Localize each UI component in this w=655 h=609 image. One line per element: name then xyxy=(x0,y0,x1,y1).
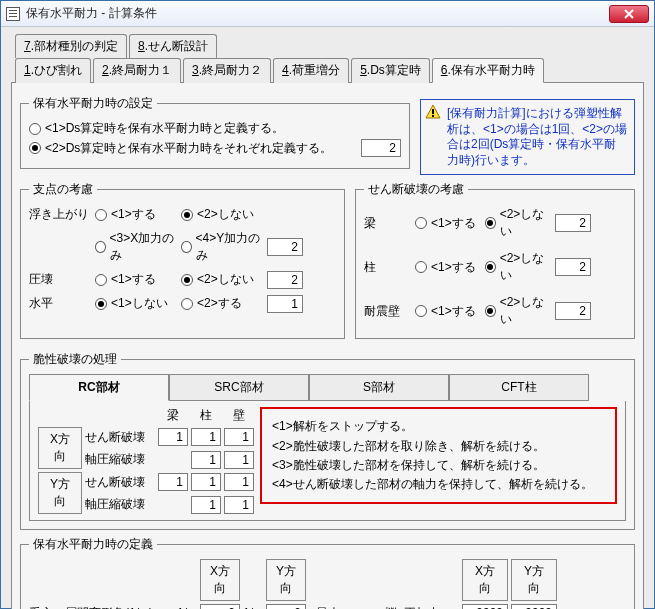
fulcrum-2-opt1[interactable] xyxy=(181,298,193,310)
defr-col-y[interactable]: Y方向 xyxy=(511,559,557,601)
tab-8[interactable]: 8.せん断設計 xyxy=(129,34,217,58)
shear-2-val[interactable]: 2 xyxy=(555,302,591,320)
tab-3[interactable]: 3.終局耐力２ xyxy=(183,58,271,83)
group-setting: 保有水平耐力時の設定 <1>Ds算定時を保有水平耐力時と定義する。 <2>Ds算… xyxy=(20,95,410,169)
def-col-y[interactable]: Y方向 xyxy=(266,559,306,601)
fulcrum-0-opt2[interactable] xyxy=(95,241,106,253)
defr-0-y[interactable]: 9999 xyxy=(511,604,557,609)
legend-setting: 保有水平耐力時の設定 xyxy=(29,95,157,112)
fulcrum-1-opt0[interactable] xyxy=(95,274,107,286)
shear-0-opt0[interactable] xyxy=(415,217,427,229)
inner-tab-rc[interactable]: RC部材 xyxy=(29,374,169,401)
shear-2-opt1[interactable] xyxy=(485,305,496,317)
legend-definition: 保有水平耐力時の定義 xyxy=(29,536,157,553)
defr-0-x[interactable]: 9999 xyxy=(462,604,508,609)
dialog-window: 保有水平耐力 - 計算条件 7.部材種別の判定 8.せん断設計 1.ひび割れ 2… xyxy=(0,0,655,609)
setting-opt1[interactable]: <1>Ds算定時を保有水平耐力時と定義する。 xyxy=(29,120,401,137)
tab-6[interactable]: 6.保有水平耐力時 xyxy=(432,58,544,83)
warning-icon xyxy=(425,104,441,120)
tabs-row-main: 1.ひび割れ 2.終局耐力１ 3.終局耐力２ 4.荷重増分 5.Ds算定時 6.… xyxy=(15,57,644,82)
window-title: 保有水平耐力 - 計算条件 xyxy=(26,5,609,22)
def-0-y[interactable]: 0 xyxy=(266,604,306,609)
fulcrum-label-2: 水平 xyxy=(29,295,89,312)
bx-1-2[interactable]: 1 xyxy=(224,451,254,469)
fulcrum-0-opt1[interactable] xyxy=(181,209,193,221)
legend-fulcrum: 支点の考慮 xyxy=(29,181,97,198)
by-0-1[interactable]: 1 xyxy=(191,473,221,491)
shear-1-opt1[interactable] xyxy=(485,261,496,273)
bx-0-0[interactable]: 1 xyxy=(158,428,188,446)
tab-2[interactable]: 2.終局耐力１ xyxy=(93,58,181,83)
group-brittle: 脆性破壊の処理 RC部材 SRC部材 S部材 CFT柱 梁 柱 壁 X方向 xyxy=(20,351,635,530)
bx-1-1[interactable]: 1 xyxy=(191,451,221,469)
tab-7[interactable]: 7.部材種別の判定 xyxy=(15,34,127,58)
fulcrum-2-val[interactable]: 1 xyxy=(267,295,303,313)
inner-panel: 梁 柱 壁 X方向 せん断破壊 1 1 1 軸圧縮破壊 1 1 xyxy=(29,401,626,521)
fulcrum-label-0: 浮き上がり xyxy=(29,206,89,223)
brittle-left: 梁 柱 壁 X方向 せん断破壊 1 1 1 軸圧縮破壊 1 1 xyxy=(38,407,254,514)
radio-setting-2[interactable] xyxy=(29,142,41,154)
bx-0-2[interactable]: 1 xyxy=(224,428,254,446)
inner-tabs: RC部材 SRC部材 S部材 CFT柱 xyxy=(29,374,626,401)
tab-5[interactable]: 5.Ds算定時 xyxy=(351,58,430,83)
inner-tab-s[interactable]: S部材 xyxy=(309,374,449,401)
bx-0-1[interactable]: 1 xyxy=(191,428,221,446)
fulcrum-0-val[interactable]: 2 xyxy=(267,238,303,256)
legend-shear: せん断破壊の考慮 xyxy=(364,181,468,198)
fulcrum-1-val[interactable]: 2 xyxy=(267,271,303,289)
notice-box: [保有耐力計算]における弾塑性解析は、<1>の場合は1回、<2>の場合は2回(D… xyxy=(420,99,635,175)
tab-1[interactable]: 1.ひび割れ xyxy=(15,58,91,83)
definition-left: X方向 Y方向 重心の層間変形角(1/m) 1/ 0 1/ 0 最大の層間変形角… xyxy=(29,559,306,609)
shear-1-opt0[interactable] xyxy=(415,261,427,273)
fulcrum-1-opt1[interactable] xyxy=(181,274,193,286)
legend-brittle: 脆性破壊の処理 xyxy=(29,351,121,368)
titlebar: 保有水平耐力 - 計算条件 xyxy=(1,1,654,27)
by-0-2[interactable]: 1 xyxy=(224,473,254,491)
svg-rect-0 xyxy=(432,109,434,114)
setting-value[interactable]: 2 xyxy=(361,139,401,157)
close-button[interactable] xyxy=(609,5,649,23)
tab-4[interactable]: 4.荷重増分 xyxy=(273,58,349,83)
by-0-0[interactable]: 1 xyxy=(158,473,188,491)
fulcrum-0-opt0[interactable] xyxy=(95,209,107,221)
brittle-description: <1>解析をストップする。 <2>脆性破壊した部材を取り除き、解析を続ける。 <… xyxy=(260,407,617,504)
radio-setting-1[interactable] xyxy=(29,123,41,135)
by-1-1[interactable]: 1 xyxy=(191,496,221,514)
fulcrum-label-1: 圧壊 xyxy=(29,271,89,288)
by-1-2[interactable]: 1 xyxy=(224,496,254,514)
group-shear: せん断破壊の考慮 梁 <1>する <2>しない 2 柱 <1>する <2>しない… xyxy=(355,181,635,339)
fulcrum-2-opt0[interactable] xyxy=(95,298,107,310)
fulcrum-0-opt3[interactable] xyxy=(181,241,192,253)
inner-tab-cft[interactable]: CFT柱 xyxy=(449,374,589,401)
defr-col-x[interactable]: X方向 xyxy=(462,559,508,601)
shear-2-opt0[interactable] xyxy=(415,305,427,317)
definition-right: X方向 Y方向 最大ステップ数 正加力 9999 9999 負加力 9999 9… xyxy=(316,559,626,609)
shear-0-val[interactable]: 2 xyxy=(555,214,591,232)
group-fulcrum: 支点の考慮 浮き上がり <1>する <2>しない <3>X加力のみ <4>Y加力… xyxy=(20,181,345,339)
svg-rect-1 xyxy=(432,115,434,117)
brittle-y-button[interactable]: Y方向 xyxy=(38,472,82,514)
brittle-x-button[interactable]: X方向 xyxy=(38,427,82,469)
setting-opt2[interactable]: <2>Ds算定時と保有水平耐力時をそれぞれ定義する。 2 xyxy=(29,139,401,157)
group-definition: 保有水平耐力時の定義 X方向 Y方向 重心の層間変形角(1/m) 1/ 0 1/ xyxy=(20,536,635,609)
close-icon xyxy=(624,9,634,19)
shear-1-val[interactable]: 2 xyxy=(555,258,591,276)
shear-0-opt1[interactable] xyxy=(485,217,496,229)
app-icon xyxy=(6,7,20,21)
inner-tab-src[interactable]: SRC部材 xyxy=(169,374,309,401)
tabs-row-top: 7.部材種別の判定 8.せん断設計 xyxy=(15,33,644,57)
def-col-x[interactable]: X方向 xyxy=(200,559,240,601)
def-0-x[interactable]: 0 xyxy=(200,604,240,609)
content: 7.部材種別の判定 8.せん断設計 1.ひび割れ 2.終局耐力１ 3.終局耐力２… xyxy=(1,27,654,609)
tab-panel: 保有水平耐力時の設定 <1>Ds算定時を保有水平耐力時と定義する。 <2>Ds算… xyxy=(11,82,644,609)
